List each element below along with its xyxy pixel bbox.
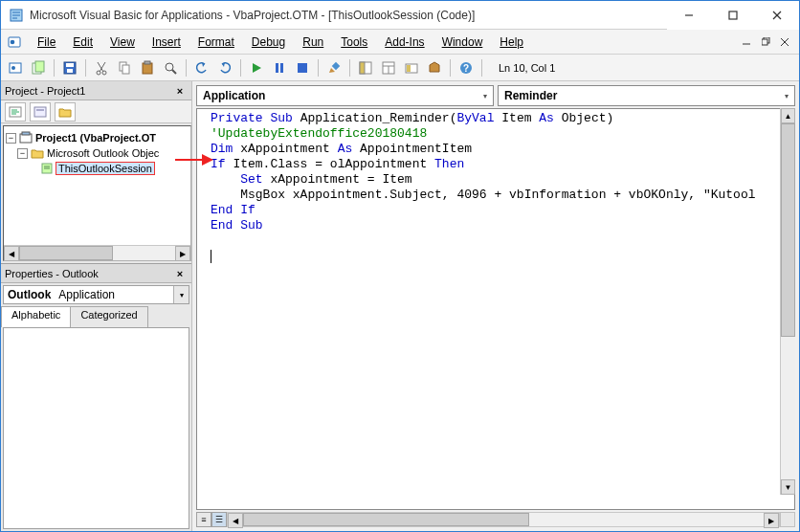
svg-line-26: [172, 70, 176, 74]
tree-folder-label: Microsoft Outlook Objec: [47, 147, 159, 159]
mdi-minimize-button[interactable]: [738, 34, 755, 50]
menu-file[interactable]: File: [30, 33, 63, 52]
scroll-down-button[interactable]: ▼: [781, 479, 795, 495]
titlebar: Microsoft Visual Basic for Applications …: [1, 1, 799, 30]
project-explorer-button[interactable]: [355, 57, 376, 78]
tree-item-thisoutlooksession[interactable]: ThisOutlookSession: [6, 161, 189, 176]
svg-rect-30: [332, 61, 340, 69]
svg-rect-24: [144, 61, 150, 64]
close-button[interactable]: [755, 1, 799, 30]
menu-insert[interactable]: Insert: [144, 33, 189, 52]
project-pane-close-button[interactable]: ×: [172, 83, 188, 99]
help-button[interactable]: ?: [456, 57, 477, 78]
copy-button[interactable]: [114, 57, 135, 78]
project-tree[interactable]: − Project1 (VbaProject.OT − Microsoft Ou…: [3, 125, 191, 261]
object-selector[interactable]: Application ▾: [196, 85, 494, 106]
break-button[interactable]: [269, 57, 290, 78]
menu-edit[interactable]: Edit: [65, 33, 100, 52]
cut-button[interactable]: [91, 57, 112, 78]
window-title: Microsoft Visual Basic for Applications …: [30, 9, 667, 22]
menu-view[interactable]: View: [102, 33, 143, 52]
mdi-restore-button[interactable]: [757, 34, 774, 50]
menu-addins[interactable]: Add-Ins: [377, 33, 432, 52]
view-outlook-button[interactable]: [5, 57, 26, 78]
svg-rect-44: [34, 107, 46, 117]
svg-rect-2: [729, 11, 737, 19]
collapse-icon[interactable]: −: [17, 148, 28, 159]
procedure-selector-value: Reminder: [504, 89, 557, 102]
svg-point-19: [97, 71, 100, 75]
menu-help[interactable]: Help: [492, 33, 531, 52]
insert-module-button[interactable]: [28, 57, 49, 78]
full-module-view-button[interactable]: ☰: [211, 512, 227, 527]
chevron-down-icon[interactable]: ▾: [785, 92, 789, 100]
svg-rect-29: [298, 63, 307, 73]
vscroll-thumb[interactable]: [781, 123, 795, 337]
find-button[interactable]: [160, 57, 181, 78]
hscroll-thumb[interactable]: [19, 246, 113, 260]
procedure-view-button[interactable]: ≡: [196, 512, 211, 527]
properties-object-type: Application: [55, 286, 173, 303]
menu-window[interactable]: Window: [434, 33, 491, 52]
scroll-up-button[interactable]: ▲: [781, 108, 795, 123]
redo-button[interactable]: [214, 57, 235, 78]
object-selector-value: Application: [203, 89, 265, 102]
project-pane-title-text: Project - Project1: [5, 85, 85, 97]
project-hscrollbar[interactable]: ◀ ▶: [4, 245, 190, 260]
menu-format[interactable]: Format: [190, 33, 242, 52]
procedure-selector[interactable]: Reminder ▾: [498, 85, 795, 106]
properties-close-button[interactable]: ×: [172, 266, 188, 281]
tree-root[interactable]: − Project1 (VbaProject.OT: [6, 130, 189, 145]
toolbox-button[interactable]: [424, 57, 445, 78]
chevron-down-icon[interactable]: ▾: [483, 92, 487, 100]
save-button[interactable]: [59, 57, 80, 78]
menu-tools[interactable]: Tools: [333, 33, 375, 52]
svg-rect-18: [67, 69, 73, 73]
properties-pane-title: Properties - Outlook ×: [1, 264, 191, 283]
mdi-close-button[interactable]: [776, 34, 793, 50]
svg-rect-45: [36, 109, 44, 111]
design-mode-button[interactable]: [323, 57, 344, 78]
scroll-right-button[interactable]: ▶: [175, 246, 190, 261]
minimize-button[interactable]: [667, 1, 711, 30]
collapse-icon[interactable]: −: [6, 133, 16, 144]
view-object-button[interactable]: [30, 102, 51, 122]
menu-run[interactable]: Run: [295, 33, 331, 52]
toggle-folders-button[interactable]: [55, 102, 76, 122]
separator: [85, 59, 86, 77]
tab-categorized[interactable]: Categorized: [70, 306, 147, 327]
scroll-right-button[interactable]: ▶: [764, 513, 779, 528]
object-browser-button[interactable]: [401, 57, 422, 78]
menu-debug[interactable]: Debug: [244, 33, 293, 52]
scroll-left-button[interactable]: ◀: [4, 246, 19, 261]
text-caret: [211, 250, 211, 263]
svg-rect-47: [22, 132, 30, 135]
reset-button[interactable]: [292, 57, 313, 78]
paste-button[interactable]: [137, 57, 158, 78]
code-editor[interactable]: Private Sub Application_Reminder(ByVal I…: [196, 108, 795, 510]
project-icon: [19, 131, 33, 144]
menubar: File Edit View Insert Format Debug Run T…: [1, 30, 799, 55]
separator: [481, 59, 482, 77]
run-button[interactable]: [246, 57, 267, 78]
maximize-button[interactable]: [711, 1, 755, 30]
tab-alphabetic[interactable]: Alphabetic: [1, 306, 71, 327]
module-icon: [40, 162, 54, 175]
svg-point-6: [11, 39, 15, 44]
scroll-left-button[interactable]: ◀: [228, 513, 243, 528]
svg-rect-22: [122, 65, 129, 74]
undo-button[interactable]: [191, 57, 212, 78]
chevron-down-icon[interactable]: ▾: [173, 286, 189, 303]
properties-grid[interactable]: [3, 327, 189, 529]
scroll-corner: [780, 512, 795, 527]
svg-rect-9: [762, 39, 767, 45]
hscroll-thumb[interactable]: [243, 513, 529, 526]
properties-object-selector[interactable]: Outlook Application ▾: [3, 285, 189, 304]
tree-folder[interactable]: − Microsoft Outlook Objec: [6, 145, 189, 161]
code-hscrollbar[interactable]: ◀ ▶: [227, 512, 780, 527]
svg-point-13: [11, 66, 15, 70]
cursor-position: Ln 10, Col 1: [493, 58, 608, 78]
view-code-button[interactable]: [5, 102, 26, 122]
properties-window-button[interactable]: [378, 57, 399, 78]
code-vscrollbar[interactable]: ▲ ▼: [780, 108, 795, 495]
